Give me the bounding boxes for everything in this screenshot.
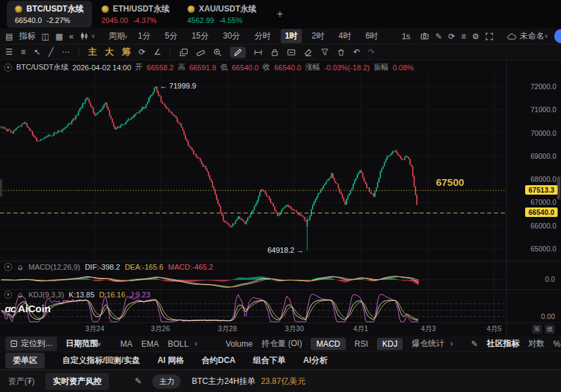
time-axis-tick: 3月28 xyxy=(212,324,242,334)
left-pane-handle[interactable] xyxy=(0,179,2,197)
trendline-icon[interactable]: ╱ xyxy=(49,48,53,56)
drawing-toolbar: ☰ ≡ ↖ ╱ ⋯ 主 大 筹 ⟳ ∠ ↶ ↷ xyxy=(0,45,561,60)
indicator-boll[interactable]: BOLL xyxy=(168,339,189,349)
draw-pencil-icon[interactable]: ✎ xyxy=(435,32,442,41)
community-indicators-button[interactable]: 社区指标 xyxy=(487,338,519,349)
layers-menu-icon[interactable]: ≡ xyxy=(21,48,26,56)
alert-price-tag[interactable]: 67513.3 xyxy=(525,185,558,195)
tf-5m[interactable]: 5分 xyxy=(160,29,181,43)
realtime-risk-button[interactable]: 实时资产风控 xyxy=(45,373,109,390)
layout-icon[interactable]: ◫ xyxy=(41,32,49,41)
indicator-ma[interactable]: MA xyxy=(120,339,133,349)
tf-2h[interactable]: 2时 xyxy=(308,29,329,43)
chevron-down-icon[interactable]: ∨ xyxy=(194,341,198,347)
chevron-down-icon[interactable]: ∨ xyxy=(449,341,453,347)
tf-30m[interactable]: 30分 xyxy=(219,29,244,43)
indicator-rsi[interactable]: RSI xyxy=(355,339,368,349)
divider xyxy=(78,48,79,57)
alarm-bell-icon[interactable] xyxy=(17,291,24,299)
tab-combo-order[interactable]: 组合下单 xyxy=(253,355,286,366)
chip-distribution-button[interactable]: 筹 xyxy=(122,46,131,58)
tab-ai-grid[interactable]: AI 网格 xyxy=(158,355,184,366)
indicator-volume[interactable]: Volume xyxy=(225,339,252,349)
tf-6h[interactable]: 6时 xyxy=(361,29,382,43)
large-view-button[interactable]: 大 xyxy=(105,46,114,58)
cursor-icon[interactable]: ↖ xyxy=(34,48,41,56)
filter-funnel-icon[interactable] xyxy=(321,48,329,56)
tf-15m[interactable]: 15分 xyxy=(187,29,212,43)
angle-line-icon[interactable]: ∠ xyxy=(154,48,161,56)
workspace-dropdown[interactable]: 未命名 ∨ xyxy=(507,30,548,42)
percent-scale-button[interactable]: % xyxy=(553,339,560,349)
redo-icon[interactable]: ↷ xyxy=(368,48,375,56)
log-scale-button[interactable]: 对数 xyxy=(528,338,544,349)
time-axis-tick: 4月1 xyxy=(346,324,376,334)
candle-style-icon[interactable] xyxy=(80,32,89,41)
eraser-icon[interactable] xyxy=(304,48,313,57)
add-symbol-button[interactable]: + xyxy=(277,8,283,20)
tab-order-zone-selected[interactable]: 委单区 xyxy=(5,353,45,368)
indicator-kdj-selected[interactable]: KDJ xyxy=(377,338,403,350)
indicator-button[interactable]: 指标 xyxy=(19,30,35,42)
tf-1m[interactable]: 1分 xyxy=(134,29,155,43)
tab-ai-analysis[interactable]: AI分析 xyxy=(303,355,328,366)
collapse-chevron-icon[interactable]: ▾ xyxy=(4,64,12,72)
community-edit-icon[interactable]: ✎ xyxy=(471,340,478,348)
indicator-liquidation[interactable]: 爆仓统计 xyxy=(411,338,444,349)
date-range-button[interactable]: 日期范围 ∨ xyxy=(66,338,102,349)
fullscreen-icon[interactable] xyxy=(485,32,493,41)
tf-4h[interactable]: 4时 xyxy=(334,29,355,43)
burn-axis-button[interactable]: 燃 xyxy=(545,324,555,334)
alarm-bell-icon[interactable] xyxy=(17,264,24,271)
replay-icon[interactable]: ⟳ xyxy=(448,32,455,41)
time-axis-tick: 4月3 xyxy=(413,324,443,334)
price-axis-tick: 72000.0 xyxy=(531,82,556,91)
main-chart-button[interactable]: 主 xyxy=(88,46,97,58)
chip-axis-button[interactable]: 筹 xyxy=(532,324,542,334)
edit-box-icon[interactable] xyxy=(287,48,296,57)
tab-btc-usdt-perp[interactable]: BTC/USDT永续 66540.0-2.27% xyxy=(7,1,92,28)
collapse-chevron-icon[interactable]: ▾ xyxy=(4,291,12,299)
copy-drawing-icon[interactable] xyxy=(179,48,188,57)
more-tools-icon[interactable]: ⋯ xyxy=(62,48,70,56)
tab-change: -4.55% xyxy=(219,16,242,24)
tab-contract-dca[interactable]: 合约DCA xyxy=(202,355,235,366)
multi-chart-icon[interactable]: ▦ xyxy=(55,32,63,41)
screenshot-camera-icon[interactable] xyxy=(420,32,429,41)
macd-dea-value: DEA:-165.6 xyxy=(125,263,163,271)
main-force-badge[interactable]: 主力 xyxy=(152,374,181,389)
ai-analysis-button[interactable]: AI解读 xyxy=(554,29,561,43)
time-axis-tick: 3月30 xyxy=(279,324,309,334)
collapse-chevron-icon[interactable]: ▾ xyxy=(4,263,12,271)
lock-icon[interactable] xyxy=(271,48,279,57)
indicator-panel-icon[interactable]: ▤ xyxy=(5,32,13,41)
indicator-macd-selected[interactable]: MACD xyxy=(311,338,345,350)
settings-gear-icon[interactable]: ⚙ xyxy=(472,32,479,41)
undo-icon[interactable]: ↶ xyxy=(353,48,360,56)
tab-xau-usdt-perp[interactable]: XAU/USDT永续 4562.99-4.55% xyxy=(179,1,265,28)
asset-label[interactable]: 资产(₮) xyxy=(8,376,35,387)
playback-icon[interactable]: « xyxy=(69,32,74,41)
indicator-ema[interactable]: EMA xyxy=(141,339,159,349)
trash-icon[interactable] xyxy=(337,48,345,57)
order-list-icon[interactable]: ≡ xyxy=(461,32,466,41)
tab-custom-indicator[interactable]: 自定义指标/回测/实盘 xyxy=(62,355,140,366)
pen-tool-icon-selected[interactable] xyxy=(230,47,246,58)
edit-pencil-icon[interactable]: ✎ xyxy=(135,377,141,385)
chart-region: ▾ BTC/USDT永续 2026-04-02 14:00 开66558.2 高… xyxy=(0,60,561,336)
indicator-oi[interactable]: 持仓量 (OI) xyxy=(261,338,302,349)
tab-eth-usdt-perp[interactable]: ETH/USDT永续 2045.00-4.37% xyxy=(93,1,178,28)
ruler-icon[interactable] xyxy=(196,48,205,57)
tf-timeline[interactable]: 分时 xyxy=(250,29,275,43)
last-price-tag: 66540.0 xyxy=(525,207,558,217)
measure-icon[interactable] xyxy=(254,48,263,57)
zoom-in-icon[interactable] xyxy=(213,48,222,57)
period-dropdown[interactable]: 周期 ∨ xyxy=(109,30,128,42)
tf-1s[interactable]: 1s xyxy=(398,30,415,43)
locate-button[interactable]: 定位到... xyxy=(5,337,57,351)
menu-icon[interactable]: ☰ xyxy=(5,48,13,56)
tab-symbol: XAU/USDT永续 xyxy=(199,3,256,15)
refresh-box-icon[interactable]: ⟳ xyxy=(139,48,145,56)
tf-1h-selected[interactable]: 1时 xyxy=(281,29,302,43)
alert-line-label[interactable]: 67500 xyxy=(423,176,477,188)
